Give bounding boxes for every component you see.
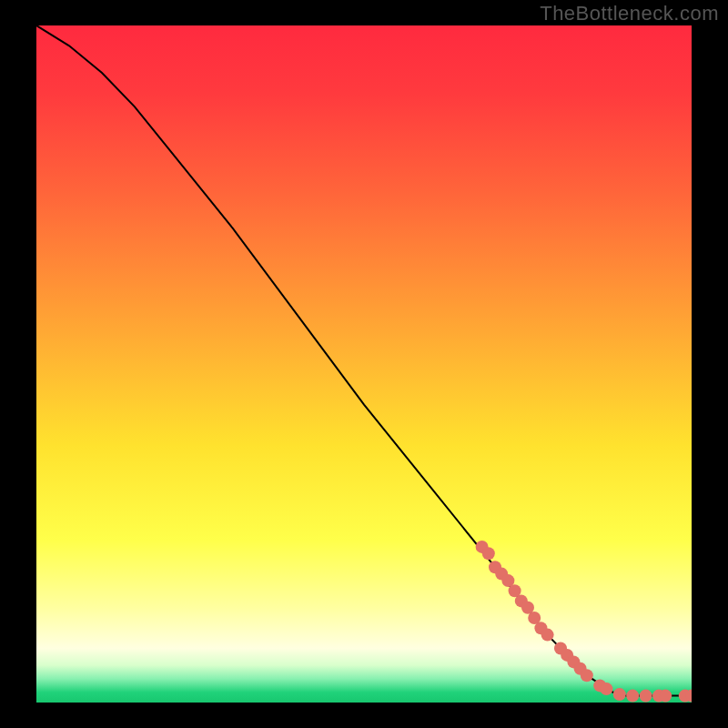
gradient-background (36, 25, 692, 703)
data-marker (613, 688, 626, 701)
data-marker (581, 669, 593, 682)
data-marker (541, 629, 554, 642)
chart-frame: TheBottleneck.com (0, 0, 728, 728)
data-marker (600, 682, 612, 695)
data-marker (685, 690, 698, 703)
bottleneck-chart (0, 0, 728, 728)
data-marker (659, 690, 672, 703)
data-marker (626, 690, 639, 703)
data-marker (640, 690, 652, 703)
data-marker (482, 547, 495, 560)
watermark-text: TheBottleneck.com (540, 2, 719, 25)
